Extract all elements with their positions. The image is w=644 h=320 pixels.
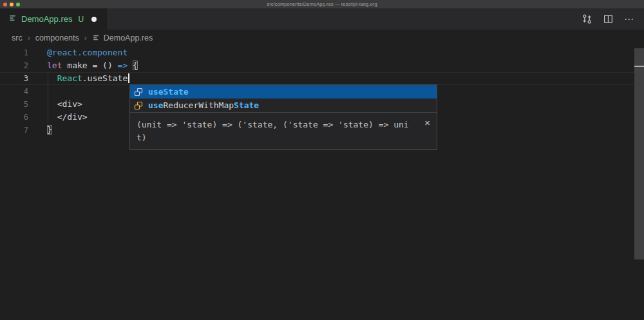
code-token: } (47, 125, 52, 135)
symbol-icon (133, 100, 144, 111)
symbol-icon (133, 87, 144, 97)
code-token (128, 61, 133, 70)
overview-cursor-marker (634, 66, 644, 67)
code-token: make = () (62, 61, 117, 70)
suggest-docs-panel: (unit => 'state) => ('state, ('state => … (130, 112, 437, 149)
code-text: <div> (47, 98, 82, 111)
suggest-label-part: State (234, 100, 259, 110)
code-text: </div> (47, 111, 88, 124)
suggest-widget: useStateuseReducerWithMapState (unit => … (129, 84, 437, 150)
line-number: 5 (0, 98, 28, 111)
code-token: @react.component (47, 48, 128, 57)
code-token: </div> (47, 112, 88, 122)
vscode-window: { "window": { "title": "src/components/D… (0, 0, 644, 320)
line-number: 6 (0, 111, 28, 124)
line-number: 1 (0, 46, 28, 59)
text-cursor (128, 73, 129, 83)
code-token: { (133, 61, 138, 70)
suggest-item[interactable]: useState (130, 85, 437, 99)
line-number: 7 (0, 124, 28, 136)
suggest-doc-line: t) (137, 131, 415, 144)
code-line[interactable]: 2let make = () => { (0, 59, 634, 72)
code-token: <div> (47, 99, 82, 109)
code-text: let make = () => { (47, 59, 138, 72)
close-icon[interactable]: × (424, 117, 430, 129)
code-token: let (47, 61, 62, 70)
line-number: 3 (0, 72, 28, 85)
code-text: } (47, 124, 52, 136)
code-line[interactable]: 1@react.component (0, 46, 634, 59)
code-text: @react.component (47, 46, 128, 59)
line-number: 4 (0, 85, 28, 98)
code-text: React.useState (47, 72, 129, 85)
suggest-label-part: useState (148, 87, 189, 97)
code-line[interactable]: 3 React.useState (0, 72, 634, 85)
code-token: React (57, 73, 82, 83)
editor-pane: 1@react.component2let make = () => {3 Re… (0, 0, 644, 320)
scrollbar-thumb[interactable] (634, 48, 644, 259)
suggest-label-part: use (148, 100, 163, 110)
code-token: => (118, 61, 128, 70)
suggest-doc-line: (unit => 'state) => ('state, ('state => … (137, 118, 415, 131)
code-token (47, 73, 57, 83)
line-number: 2 (0, 59, 28, 72)
suggest-item[interactable]: useReducerWithMapState (130, 99, 437, 112)
code-token: .useState (82, 73, 128, 83)
suggest-label-part: ReducerWithMap (163, 100, 234, 110)
suggest-list: useStateuseReducerWithMapState (130, 85, 437, 112)
